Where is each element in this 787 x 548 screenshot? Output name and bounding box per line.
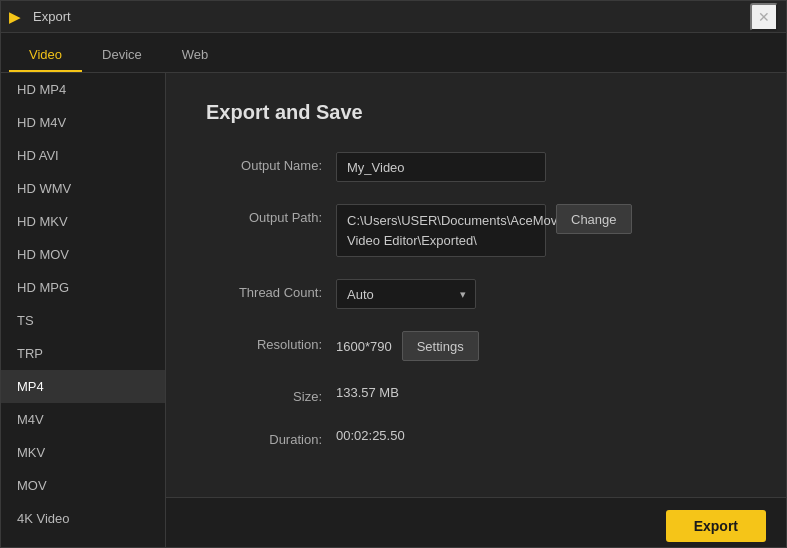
close-button[interactable]: ✕ [750, 3, 778, 31]
size-value: 133.57 MB [336, 383, 746, 401]
thread-count-select-wrapper: Auto 1 2 4 8 ▾ [336, 279, 476, 309]
sidebar-item-ts[interactable]: TS [1, 304, 165, 337]
resolution-row-inner: 1600*790 Settings [336, 331, 746, 361]
sidebar-item-hd-m4v[interactable]: HD M4V [1, 106, 165, 139]
output-name-label: Output Name: [206, 152, 336, 173]
export-button[interactable]: Export [666, 510, 766, 542]
sidebar-item-mp4[interactable]: MP4 [1, 370, 165, 403]
duration-display: 00:02:25.50 [336, 422, 405, 443]
size-label: Size: [206, 383, 336, 404]
sidebar-item-4k-video[interactable]: 4K Video [1, 502, 165, 535]
size-display: 133.57 MB [336, 379, 399, 400]
page-title: Export and Save [206, 101, 746, 124]
sidebar-item-hd-mov[interactable]: HD MOV [1, 238, 165, 271]
content-area: Export and Save Output Name: Output Path… [166, 73, 786, 497]
output-name-value [336, 152, 746, 182]
resolution-label: Resolution: [206, 331, 336, 352]
settings-button[interactable]: Settings [402, 331, 479, 361]
duration-value: 00:02:25.50 [336, 426, 746, 444]
output-path-line1: C:\Users\USER\Documents\AceMovi [347, 211, 535, 231]
sidebar-item-m4v[interactable]: M4V [1, 403, 165, 436]
window-title: Export [33, 9, 71, 24]
output-path-input[interactable]: C:\Users\USER\Documents\AceMovi Video Ed… [336, 204, 546, 257]
tab-video[interactable]: Video [9, 39, 82, 72]
title-bar: ▶ Export ✕ [1, 1, 786, 33]
thread-count-select[interactable]: Auto 1 2 4 8 [336, 279, 476, 309]
resolution-display: 1600*790 [336, 339, 392, 354]
export-window: ▶ Export ✕ Video Device Web HD MP4 HD M4… [0, 0, 787, 548]
sidebar-item-hd-mkv[interactable]: HD MKV [1, 205, 165, 238]
tab-web[interactable]: Web [162, 39, 229, 72]
app-logo-icon: ▶ [9, 9, 25, 25]
resolution-row: Resolution: 1600*790 Settings [206, 331, 746, 361]
thread-count-row: Thread Count: Auto 1 2 4 8 ▾ [206, 279, 746, 309]
thread-count-value: Auto 1 2 4 8 ▾ [336, 279, 746, 309]
change-button[interactable]: Change [556, 204, 632, 234]
footer: Export [166, 497, 786, 547]
sidebar-item-mov[interactable]: MOV [1, 469, 165, 502]
output-path-line2: Video Editor\Exported\ [347, 231, 535, 251]
sidebar: HD MP4 HD M4V HD AVI HD WMV HD MKV HD MO… [1, 73, 166, 547]
sidebar-item-mkv[interactable]: MKV [1, 436, 165, 469]
sidebar-item-hd-mp4[interactable]: HD MP4 [1, 73, 165, 106]
output-path-label: Output Path: [206, 204, 336, 225]
output-name-row: Output Name: [206, 152, 746, 182]
sidebar-item-trp[interactable]: TRP [1, 337, 165, 370]
main-content: HD MP4 HD M4V HD AVI HD WMV HD MKV HD MO… [1, 73, 786, 547]
size-row: Size: 133.57 MB [206, 383, 746, 404]
sidebar-item-hd-wmv[interactable]: HD WMV [1, 172, 165, 205]
output-name-input[interactable] [336, 152, 546, 182]
sidebar-item-hevc-video[interactable]: HEVC Video [1, 535, 165, 547]
tab-device[interactable]: Device [82, 39, 162, 72]
output-path-value: C:\Users\USER\Documents\AceMovi Video Ed… [336, 204, 746, 257]
resolution-value: 1600*790 Settings [336, 331, 746, 361]
sidebar-item-hd-avi[interactable]: HD AVI [1, 139, 165, 172]
thread-count-label: Thread Count: [206, 279, 336, 300]
output-path-row: Output Path: C:\Users\USER\Documents\Ace… [206, 204, 746, 257]
sidebar-item-hd-mpg[interactable]: HD MPG [1, 271, 165, 304]
tab-bar: Video Device Web [1, 33, 786, 73]
duration-row: Duration: 00:02:25.50 [206, 426, 746, 447]
path-row: C:\Users\USER\Documents\AceMovi Video Ed… [336, 204, 746, 257]
duration-label: Duration: [206, 426, 336, 447]
title-bar-left: ▶ Export [9, 9, 71, 25]
